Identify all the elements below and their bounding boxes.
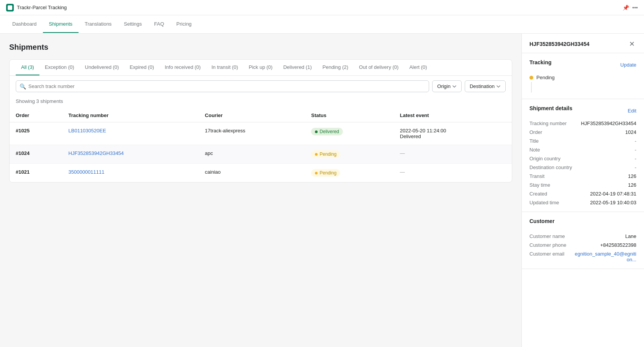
- detail-transit: Transit 126: [529, 173, 636, 179]
- detail-title: Title -: [529, 138, 636, 144]
- tab-all[interactable]: All (3): [16, 60, 39, 75]
- side-panel-tracking-number: HJF352853942GH33454: [529, 41, 589, 47]
- shipment-details-title: Shipment details: [529, 105, 572, 111]
- showing-count: Showing 3 shipments: [10, 97, 512, 109]
- detail-customer-name: Customer name Lane: [529, 233, 636, 239]
- top-bar: Trackr-Parcel Tracking 📌 •••: [0, 0, 644, 15]
- col-tracking: Tracking number: [62, 109, 199, 122]
- detail-customer-email: Customer email egnition_sample_40@egniti…: [529, 251, 636, 262]
- tracking-status-text: Pending: [536, 75, 555, 80]
- status-badge: Pending: [311, 169, 340, 177]
- detail-order: Order 1024: [529, 129, 636, 135]
- customer-title: Customer: [529, 218, 554, 224]
- nav-translations[interactable]: Translations: [79, 16, 118, 33]
- tracking-title: Tracking: [529, 59, 552, 65]
- search-icon: 🔍: [20, 83, 26, 90]
- tracking-number: 3500000011111: [62, 164, 199, 182]
- tracking-section: Tracking Update Pending: [522, 53, 644, 99]
- customer-section-header: Customer: [529, 218, 636, 229]
- courier: 17track-aliexpress: [199, 122, 305, 145]
- status-cell: Pending: [305, 145, 393, 164]
- shipment-details-header: Shipment details Edit: [529, 105, 636, 116]
- courier: cainiao: [199, 164, 305, 182]
- detail-origin-country: Origin country -: [529, 156, 636, 161]
- update-link[interactable]: Update: [620, 62, 636, 68]
- order-number: #1025: [10, 122, 62, 145]
- nav-pricing[interactable]: Pricing: [170, 16, 198, 33]
- more-icon[interactable]: •••: [632, 5, 638, 11]
- tab-alert[interactable]: Alert (0): [404, 60, 432, 75]
- customer-section: Customer Customer name Lane Customer pho…: [522, 212, 644, 269]
- status-tabs: All (3) Exception (0) Undelivered (0) Ex…: [10, 60, 512, 76]
- side-panel: HJF352853942GH33454 ✕ Tracking Update Pe…: [521, 34, 644, 347]
- toolbar: 🔍 Origin Destination: [10, 76, 512, 97]
- nav-dashboard[interactable]: Dashboard: [6, 16, 43, 33]
- status-cell: Pending: [305, 164, 393, 182]
- tab-delivered[interactable]: Delivered (1): [278, 60, 317, 75]
- content-area: Shipments All (3) Exception (0) Undelive…: [0, 34, 521, 347]
- search-container: 🔍: [16, 80, 429, 92]
- table-row[interactable]: #1024 HJF352853942GH33454 apc Pending: [10, 145, 512, 164]
- col-order: Order: [10, 109, 62, 122]
- tab-pending[interactable]: Pending (2): [317, 60, 354, 75]
- edit-link[interactable]: Edit: [628, 108, 636, 114]
- detail-created: Created 2022-04-19 07:48:31: [529, 191, 636, 197]
- status-badge: Delivered: [311, 128, 343, 135]
- search-input[interactable]: [16, 80, 429, 92]
- table-row[interactable]: #1025 LB011030520EE 17track-aliexpress D…: [10, 122, 512, 145]
- status-timeline-line: [531, 82, 532, 93]
- nav-settings[interactable]: Settings: [118, 16, 148, 33]
- main-nav: Dashboard Shipments Translations Setting…: [0, 15, 644, 34]
- chevron-down-icon: [452, 84, 457, 89]
- app-title: Trackr-Parcel Tracking: [17, 5, 67, 10]
- order-number: #1024: [10, 145, 62, 164]
- destination-filter-button[interactable]: Destination: [465, 80, 506, 92]
- app-branding: Trackr-Parcel Tracking: [6, 4, 67, 11]
- top-bar-actions: 📌 •••: [623, 5, 638, 11]
- shipments-table: Order Tracking number Courier Status Lat…: [10, 109, 512, 182]
- latest-event: —: [394, 164, 512, 182]
- status-dot: [315, 130, 318, 133]
- tab-info-received[interactable]: Info received (0): [159, 60, 206, 75]
- tab-out-of-delivery[interactable]: Out of delivery (0): [354, 60, 404, 75]
- detail-destination-country: Destination country -: [529, 165, 636, 170]
- courier: apc: [199, 145, 305, 164]
- detail-customer-phone: Customer phone +842583522398: [529, 242, 636, 248]
- shipments-card: All (3) Exception (0) Undelivered (0) Ex…: [9, 59, 512, 182]
- tab-undelivered[interactable]: Undelivered (0): [80, 60, 125, 75]
- chevron-down-icon: [496, 84, 501, 89]
- page-title: Shipments: [9, 43, 512, 52]
- detail-updated: Updated time 2022-05-19 10:40:03: [529, 200, 636, 205]
- status-cell: Delivered: [305, 122, 393, 145]
- status-dot: [315, 153, 318, 156]
- col-latest-event: Latest event: [394, 109, 512, 122]
- latest-event: 2022-05-20 11:24:00 Delivered: [394, 122, 512, 145]
- status-dot: [315, 172, 318, 174]
- tab-pick-up[interactable]: Pick up (0): [243, 60, 278, 75]
- tracking-section-header: Tracking Update: [529, 59, 636, 70]
- col-status: Status: [305, 109, 393, 122]
- tracking-number: HJF352853942GH33454: [62, 145, 199, 164]
- app-icon: [6, 4, 14, 11]
- col-courier: Courier: [199, 109, 305, 122]
- tab-expired[interactable]: Expired (0): [124, 60, 159, 75]
- nav-shipments[interactable]: Shipments: [43, 16, 79, 33]
- tracking-status: Pending: [529, 75, 636, 80]
- origin-filter-button[interactable]: Origin: [432, 80, 462, 92]
- tracking-status-dot: [529, 76, 533, 80]
- close-panel-button[interactable]: ✕: [628, 40, 636, 48]
- detail-tracking-number: Tracking number HJF352853942GH33454: [529, 121, 636, 126]
- tab-exception[interactable]: Exception (0): [39, 60, 80, 75]
- table-row[interactable]: #1021 3500000011111 cainiao Pending: [10, 164, 512, 182]
- pin-icon[interactable]: 📌: [623, 5, 629, 11]
- detail-stay-time: Stay time 126: [529, 182, 636, 188]
- side-panel-header: HJF352853942GH33454 ✕: [522, 34, 644, 53]
- detail-note: Note -: [529, 147, 636, 153]
- tab-in-transit[interactable]: In transit (0): [206, 60, 243, 75]
- nav-faq[interactable]: FAQ: [148, 16, 170, 33]
- latest-event: —: [394, 145, 512, 164]
- status-badge: Pending: [311, 150, 340, 158]
- shipment-details-section: Shipment details Edit Tracking number HJ…: [522, 99, 644, 212]
- main-layout: Shipments All (3) Exception (0) Undelive…: [0, 34, 644, 347]
- tracking-number: LB011030520EE: [62, 122, 199, 145]
